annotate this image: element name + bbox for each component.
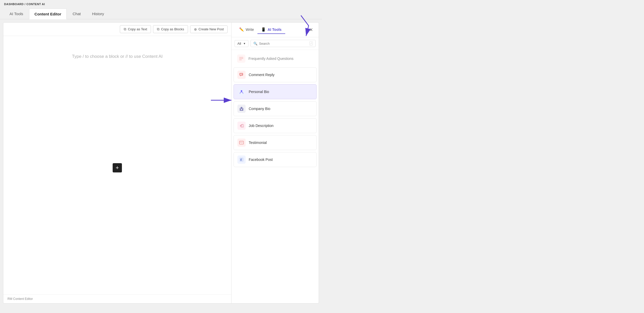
ai-tools-list: Frequently Asked Questions Comment Reply [231, 50, 319, 303]
editor-footer: RM Content Editor [3, 294, 231, 303]
ai-tools-icon: 📱 [261, 27, 266, 32]
create-new-post-button[interactable]: ⊕ Create New Post [190, 25, 228, 33]
svg-point-7 [241, 90, 242, 92]
svg-rect-0 [239, 57, 243, 58]
close-button[interactable]: ✕ [308, 26, 315, 33]
copy-as-text-button[interactable]: ⧉ Copy as Text [120, 25, 151, 33]
breadcrumb-bar: DASHBOARD / CONTENT AI [0, 0, 322, 8]
svg-rect-6 [240, 75, 242, 75]
svg-point-15 [240, 125, 241, 126]
search-icon: 🔍 [253, 42, 257, 45]
tab-chat[interactable]: Chat [67, 8, 86, 19]
ai-panel-search-bar: All ▼ 🔍 / [231, 37, 319, 50]
add-block-button[interactable]: + [113, 163, 122, 172]
testimonial-icon [237, 139, 246, 147]
svg-rect-17 [240, 142, 241, 143]
copy-as-blocks-button[interactable]: ⧉ Copy as Blocks [153, 25, 188, 33]
svg-rect-5 [240, 74, 243, 74]
create-post-label: Create New Post [199, 27, 224, 31]
editor-toolbar: ⧉ Copy as Text ⧉ Copy as Blocks ⊕ Create… [3, 23, 231, 36]
svg-rect-1 [239, 58, 243, 59]
svg-rect-2 [239, 60, 242, 60]
tool-item-personal-bio[interactable]: Personal Bio [234, 84, 317, 99]
faq-label: Frequently Asked Questions [248, 57, 293, 61]
svg-marker-4 [240, 76, 241, 76]
company-bio-icon [237, 105, 246, 113]
copy-text-label: Copy as Text [128, 27, 147, 31]
svg-rect-18 [241, 142, 243, 142]
svg-rect-19 [241, 143, 243, 143]
tab-ai-tools[interactable]: AI Tools [4, 8, 29, 19]
tab-history[interactable]: History [87, 8, 110, 19]
svg-rect-9 [241, 107, 242, 108]
tool-item-testimonial[interactable]: Testimonial [234, 135, 317, 150]
write-label: Write [246, 27, 254, 32]
copy-text-icon: ⧉ [124, 27, 126, 31]
ai-panel-header: ✏️ Write 📱 AI Tools ✕ [231, 23, 319, 37]
job-description-label: Job Description [249, 124, 274, 128]
filter-dropdown[interactable]: All ▼ [235, 40, 248, 47]
tab-ai-tools-panel[interactable]: 📱 AI Tools [257, 26, 285, 34]
ai-tools-label: AI Tools [267, 27, 281, 32]
facebook-post-icon: f [237, 155, 246, 164]
copy-blocks-label: Copy as Blocks [161, 27, 184, 31]
svg-rect-11 [240, 108, 241, 109]
tool-item-faq[interactable]: Frequently Asked Questions [234, 52, 317, 65]
tabs-bar: AI Tools Content Editor Chat History [0, 8, 322, 19]
filter-label: All [237, 42, 241, 45]
job-description-icon [237, 122, 246, 130]
comment-reply-label: Comment Reply [249, 73, 274, 77]
svg-text:f: f [240, 158, 242, 162]
breadcrumb-current: CONTENT AI [26, 3, 45, 6]
company-bio-label: Company Bio [249, 107, 270, 111]
breadcrumb-separator: / [25, 3, 26, 6]
tab-content-editor[interactable]: Content Editor [29, 8, 67, 19]
testimonial-label: Testimonial [249, 141, 267, 145]
faq-icon [237, 54, 245, 63]
breadcrumb-parent[interactable]: DASHBOARD [4, 3, 24, 6]
chevron-down-icon: ▼ [243, 42, 246, 45]
search-shortcut-icon: / [309, 41, 313, 45]
tool-item-comment-reply[interactable]: Comment Reply [234, 67, 317, 82]
tool-item-company-bio[interactable]: Company Bio [234, 101, 317, 116]
main-container: ⧉ Copy as Text ⧉ Copy as Blocks ⊕ Create… [0, 19, 322, 307]
personal-bio-label: Personal Bio [249, 90, 269, 94]
search-input[interactable] [259, 42, 308, 45]
svg-rect-12 [242, 108, 243, 109]
personal-bio-icon [237, 88, 246, 96]
comment-reply-icon [237, 71, 246, 79]
search-box[interactable]: 🔍 / [251, 40, 316, 47]
facebook-post-label: Facebook Post [249, 158, 273, 162]
create-post-icon: ⊕ [194, 27, 197, 31]
write-icon: ✏️ [239, 27, 244, 32]
svg-rect-10 [241, 109, 242, 110]
tab-write[interactable]: ✏️ Write [236, 26, 257, 34]
copy-blocks-icon: ⧉ [157, 27, 159, 31]
tool-item-job-description[interactable]: Job Description [234, 118, 317, 133]
editor-placeholder: Type / to choose a block or // to use Co… [72, 54, 163, 59]
ai-panel-tabs: ✏️ Write 📱 AI Tools [236, 26, 285, 34]
editor-body[interactable]: Type / to choose a block or // to use Co… [3, 36, 231, 294]
editor-panel: ⧉ Copy as Text ⧉ Copy as Blocks ⊕ Create… [3, 22, 231, 303]
tool-item-facebook-post[interactable]: f Facebook Post [234, 152, 317, 167]
ai-panel: ✏️ Write 📱 AI Tools ✕ All ▼ 🔍 / [231, 22, 319, 303]
